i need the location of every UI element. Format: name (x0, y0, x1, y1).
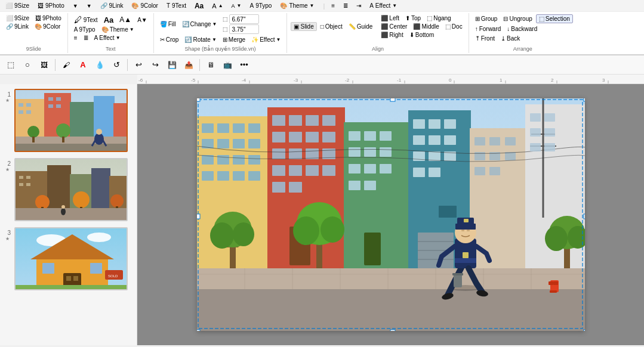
swirl-tool-btn[interactable]: ↺ (109, 58, 124, 72)
align-bottom-btn[interactable]: ⬇ Bottom (407, 31, 437, 39)
list2-group-btn[interactable]: ≣ (81, 34, 91, 42)
align-middle-btn[interactable]: ⬛ Middle (411, 23, 441, 30)
theme-group-btn[interactable]: 🎨 Theme ▼ (99, 26, 137, 33)
shape-tool-btn[interactable]: ○ (20, 58, 35, 72)
ungroup-btn[interactable]: ⊟ Ungroup (501, 14, 534, 23)
slide-2-num-col: 2 ★ (2, 158, 12, 172)
slide-label: Slide (300, 23, 313, 30)
aa-group-btn[interactable]: Aa (101, 15, 116, 25)
group-label: Group (481, 16, 498, 22)
nsize-btn[interactable]: ⬜ 9Size (4, 2, 31, 9)
photo-group-btn[interactable]: 🖼 9Photo (33, 14, 64, 22)
slide-1-thumb-container[interactable]: 1 ★ (2, 89, 134, 152)
screen-tool-btn[interactable]: 📺 (220, 58, 235, 72)
svg-rect-89 (217, 155, 229, 165)
svg-point-58 (73, 191, 90, 208)
backward-btn[interactable]: ↓ Backward (504, 25, 540, 33)
align-center-btn[interactable]: ⬛ Center (378, 23, 409, 30)
forward-btn[interactable]: ↑ Forward (473, 25, 504, 33)
ungroup-label: Ungroup (509, 16, 532, 22)
text-color-icon: A (80, 60, 85, 69)
crop-btn[interactable]: ✂ Crop (158, 36, 181, 44)
effect-tb-btn[interactable]: A Effect ▼ (368, 2, 399, 9)
slide-1-thumb[interactable] (14, 89, 128, 152)
doc-btn[interactable]: ⬚ Doc (443, 23, 465, 30)
svg-rect-28 (19, 103, 23, 107)
typo-group-btn[interactable]: A 9Typo (72, 26, 98, 33)
monitor-tool-btn[interactable]: 🖥 (204, 58, 218, 72)
slide-3-thumb[interactable]: SOLD (14, 227, 128, 290)
list1-btn[interactable]: ≡ (329, 2, 337, 9)
nphoto-btn[interactable]: 🖼 9Photo (36, 2, 66, 9)
width-input[interactable] (229, 14, 259, 24)
canvas-area[interactable]: ✛ (137, 84, 644, 345)
ntypo-btn[interactable]: A 9Typo (248, 2, 274, 9)
font-up-group[interactable]: A▲ (117, 15, 134, 24)
effect-group-btn[interactable]: A Effect ▼ (92, 34, 123, 42)
text-group-btn[interactable]: 🖊 9Text (72, 14, 100, 25)
slide-2-thumb[interactable] (14, 158, 128, 221)
svg-rect-95 (248, 171, 260, 181)
redo-tool-btn[interactable]: ↪ (148, 58, 162, 72)
select-tool-btn[interactable]: ⬚ (4, 58, 18, 72)
save-tool-btn[interactable]: 💾 (165, 58, 179, 72)
align-left-btn[interactable]: ⬛ Left (378, 14, 402, 22)
dropdown-btn2[interactable]: ▼ (85, 3, 94, 9)
slide-1-star: ★ (5, 98, 10, 103)
font-dn-btn[interactable]: A ▼ (230, 3, 244, 9)
align-top-btn[interactable]: ⬆ Top (403, 14, 423, 22)
svg-text:SOLD: SOLD (108, 274, 118, 278)
slide-btn[interactable]: ▣ Slide (291, 22, 316, 31)
ntext-btn[interactable]: T 9Text (165, 2, 188, 9)
ncolor-btn[interactable]: 🎨 9Color (130, 2, 159, 9)
dropdown-btn1[interactable]: ▼ (71, 3, 80, 9)
group-btn[interactable]: ⊞ Group (473, 14, 500, 23)
svg-point-176 (545, 226, 568, 251)
color-group-btn[interactable]: 🎨 9Color (32, 23, 63, 30)
ngang-btn[interactable]: ⬚ Ngang (424, 14, 453, 22)
align-center-icon: ⬛ (381, 23, 388, 30)
guide-btn[interactable]: 📏 Guide (346, 22, 375, 31)
share-tool-btn[interactable]: 📤 (181, 58, 196, 72)
typo-label2: 9Typo (79, 26, 95, 33)
list1-group-btn[interactable]: ≡ (72, 34, 80, 42)
aa-btn[interactable]: Aa (193, 2, 205, 10)
fill-btn[interactable]: 🪣 Fill (158, 20, 178, 28)
svg-rect-80 (202, 123, 214, 133)
align-right-btn[interactable]: ⬛ Right (378, 31, 405, 39)
nlink-btn[interactable]: 🔗 9Link (98, 2, 125, 9)
indent-btn[interactable]: ⇥ (355, 2, 363, 9)
rotate-btn[interactable]: 🔃 Rotate ▼ (182, 36, 218, 44)
effect-shape-btn[interactable]: ✨ Effect ▼ (249, 36, 283, 44)
font-dn-group[interactable]: A▼ (135, 16, 150, 24)
back-btn[interactable]: ⤓ Back (498, 35, 522, 42)
ncolor-label: 9Color (140, 2, 158, 9)
undo-tool-btn[interactable]: ↩ (131, 58, 146, 72)
svg-rect-100 (306, 115, 319, 126)
text-color-tool-btn[interactable]: A (76, 58, 90, 72)
slide-3-thumb-container[interactable]: 3 ★ (2, 227, 134, 290)
link-group-btn[interactable]: 🔗 9Link (4, 23, 31, 30)
size-group-btn[interactable]: ⬜ 9Size (4, 14, 32, 22)
merge-btn[interactable]: ⊞ Merge (220, 36, 248, 44)
slide-2-thumb-container[interactable]: 2 ★ (2, 158, 134, 221)
list2-btn[interactable]: ≣ (341, 2, 350, 9)
svg-point-38 (27, 126, 39, 138)
svg-rect-105 (322, 132, 335, 142)
photo-tool-btn[interactable]: 🖼 (37, 58, 51, 72)
paint-tool-btn[interactable]: 🖌 (59, 58, 73, 72)
font-up-btn[interactable]: A ▲ (210, 2, 224, 10)
height-input[interactable] (229, 24, 259, 34)
theme-btn[interactable]: 🎨 Theme ▼ (278, 2, 316, 9)
more-tool-btn[interactable]: ••• (237, 58, 251, 72)
text-icon: T (167, 2, 170, 9)
dropper-tool-btn[interactable]: 💧 (93, 58, 107, 72)
svg-text:0: 0 (449, 78, 452, 83)
selection-btn[interactable]: ⬚ Selection (536, 14, 573, 23)
change-btn[interactable]: 🔄 Change ▼ (180, 20, 220, 28)
ntext-label: 9Text (172, 2, 186, 9)
svg-rect-123 (380, 147, 392, 157)
svg-text:1: 1 (500, 78, 503, 83)
object-btn[interactable]: □ Object (318, 22, 345, 31)
front-btn[interactable]: ⤒ Front (473, 35, 497, 42)
